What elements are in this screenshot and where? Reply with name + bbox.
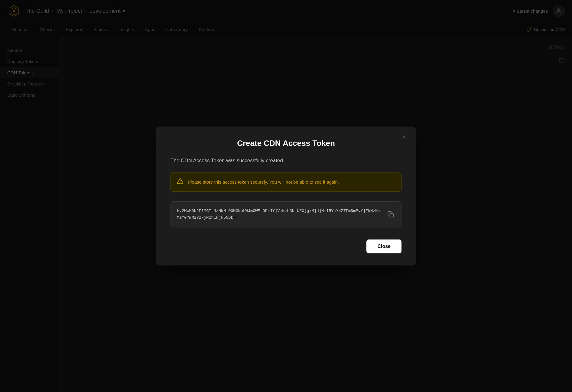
svg-rect-6 [390, 214, 393, 217]
modal-title: Create CDN Access Token [171, 139, 401, 148]
modal: × Create CDN Access Token The CDN Access… [156, 127, 416, 265]
copy-icon [387, 211, 394, 218]
modal-close-button[interactable]: × [400, 133, 409, 142]
modal-success-message: The CDN Access Token was successfully cr… [171, 158, 401, 164]
copy-token-button[interactable] [386, 210, 395, 219]
modal-footer: Close [171, 239, 401, 253]
warning-text: Please store this access token securely.… [188, 179, 339, 186]
modal-overlay: × Create CDN Access Token The CDN Access… [0, 0, 572, 392]
warning-icon [177, 178, 184, 186]
token-box: hv2MWM0N2FlMGItNzNkNi00MGNmLWJmOWEtODk4Y… [171, 201, 401, 227]
warning-box: Please store this access token securely.… [171, 172, 401, 192]
token-value: hv2MWM0N2FlMGItNzNkNi00MGNmLWJmOWEtODk4Y… [177, 208, 381, 221]
close-button[interactable]: Close [366, 239, 401, 253]
